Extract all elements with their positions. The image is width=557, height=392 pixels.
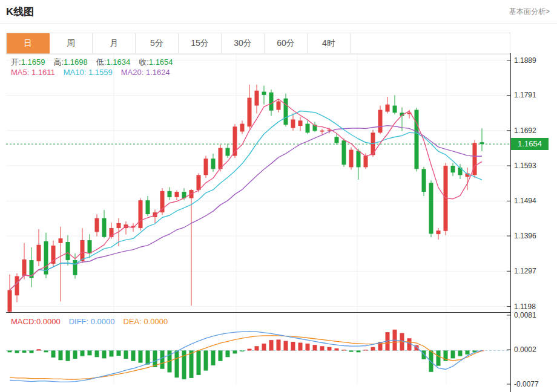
candle[interactable]: [248, 85, 252, 129]
candle[interactable]: [393, 95, 397, 114]
macd-bar: [306, 344, 310, 351]
candle[interactable]: [386, 97, 390, 114]
macd-bar: [30, 350, 34, 353]
macd-bar: [81, 350, 85, 356]
candle[interactable]: [226, 144, 230, 158]
candle[interactable]: [473, 140, 477, 178]
dea-line: [10, 336, 482, 379]
candle[interactable]: [160, 188, 165, 215]
macd-bar: [320, 346, 325, 350]
candle[interactable]: [204, 156, 208, 178]
axis-tick-label: 1.1396: [514, 232, 536, 240]
candle[interactable]: [175, 191, 179, 200]
macd-bar: [44, 350, 48, 352]
macd-bar: [335, 348, 339, 351]
candle[interactable]: [102, 210, 107, 238]
candle[interactable]: [415, 108, 419, 171]
candle[interactable]: [139, 198, 143, 231]
macd-bar: [8, 350, 12, 352]
candle[interactable]: [15, 273, 19, 302]
candle[interactable]: [37, 229, 41, 266]
candle[interactable]: [124, 221, 128, 235]
candle[interactable]: [219, 145, 223, 171]
macd-bar: [422, 350, 426, 359]
candle[interactable]: [378, 106, 383, 134]
axis-tick-label: -0.0077: [514, 380, 539, 388]
macd-bar: [204, 350, 208, 370]
macd-bar: [233, 350, 237, 353]
candle[interactable]: [8, 275, 12, 312]
candle[interactable]: [437, 228, 441, 240]
candle[interactable]: [88, 234, 92, 258]
ma5-line: [10, 99, 482, 290]
candle[interactable]: [429, 180, 433, 237]
macd-bar: [37, 349, 41, 350]
macd-bar: [124, 350, 128, 359]
candle[interactable]: [277, 100, 281, 113]
macd-bar: [51, 350, 56, 358]
candle[interactable]: [168, 187, 172, 200]
macd-bar: [15, 350, 19, 353]
low-label: 低:: [96, 57, 107, 67]
candle[interactable]: [451, 163, 455, 176]
macd-bar: [298, 342, 303, 350]
candle[interactable]: [81, 228, 85, 263]
axis-tick-label: 1.1494: [514, 197, 536, 205]
macd-bar: [73, 350, 77, 359]
close-value: 1.1654: [149, 57, 173, 67]
diff-value-readout: DIFF: 0.0000: [69, 317, 115, 326]
candle[interactable]: [335, 134, 339, 145]
open-label: 开:: [11, 57, 21, 67]
candle[interactable]: [110, 223, 114, 239]
candle[interactable]: [211, 154, 216, 172]
candle[interactable]: [30, 247, 34, 287]
candle[interactable]: [95, 214, 99, 237]
last-price-badge: 1.1654: [511, 138, 549, 150]
ma10-readout: MA10: 1.1559: [64, 68, 113, 77]
macd-bar: [255, 346, 259, 350]
macd-bar: [139, 350, 143, 362]
candle[interactable]: [22, 243, 27, 279]
macd-bar: [59, 350, 63, 360]
candle[interactable]: [298, 117, 303, 131]
candle[interactable]: [233, 124, 237, 158]
macd-bar: [88, 350, 92, 355]
macd-bar: [349, 350, 354, 351]
macd-bar: [407, 338, 412, 350]
macd-bar: [451, 350, 455, 358]
macd-bar: [277, 339, 281, 350]
high-value: 1.1698: [64, 57, 88, 67]
kline-page: K线图 基本面分析> 日 周 月 5分 15分 30分 60分 4时 开:1.1…: [0, 0, 557, 392]
candle[interactable]: [146, 196, 150, 216]
candle[interactable]: [422, 167, 426, 196]
candle[interactable]: [444, 163, 448, 235]
macd-bar: [160, 350, 165, 368]
macd-bar: [342, 350, 346, 350]
candle[interactable]: [240, 120, 245, 134]
candle[interactable]: [44, 233, 48, 278]
macd-bar: [226, 350, 230, 357]
candle[interactable]: [66, 235, 70, 266]
candle[interactable]: [313, 122, 317, 132]
candle[interactable]: [349, 147, 354, 169]
macd-bar: [466, 350, 470, 354]
candle[interactable]: [190, 189, 194, 305]
candle[interactable]: [284, 94, 288, 127]
macd-bar: [262, 344, 266, 351]
candle[interactable]: [291, 113, 295, 130]
open-value: 1.1659: [21, 57, 45, 67]
candle[interactable]: [480, 128, 484, 151]
candle[interactable]: [51, 241, 56, 267]
macd-bar: [197, 350, 201, 374]
axis-tick-label: 0.0002: [514, 345, 536, 354]
axis-tick-label: 1.1198: [514, 302, 536, 311]
macd-bar: [175, 350, 179, 377]
macd-bar: [110, 350, 114, 356]
macd-bar: [66, 350, 70, 361]
candle[interactable]: [255, 85, 259, 114]
candle[interactable]: [306, 120, 310, 134]
axis-tick-label: 1.1692: [514, 126, 536, 135]
candle[interactable]: [342, 139, 346, 167]
ohlc-readout: 开:1.1659高:1.1698低:1.1634收:1.1654: [11, 57, 182, 68]
macd-bar: [248, 349, 252, 351]
